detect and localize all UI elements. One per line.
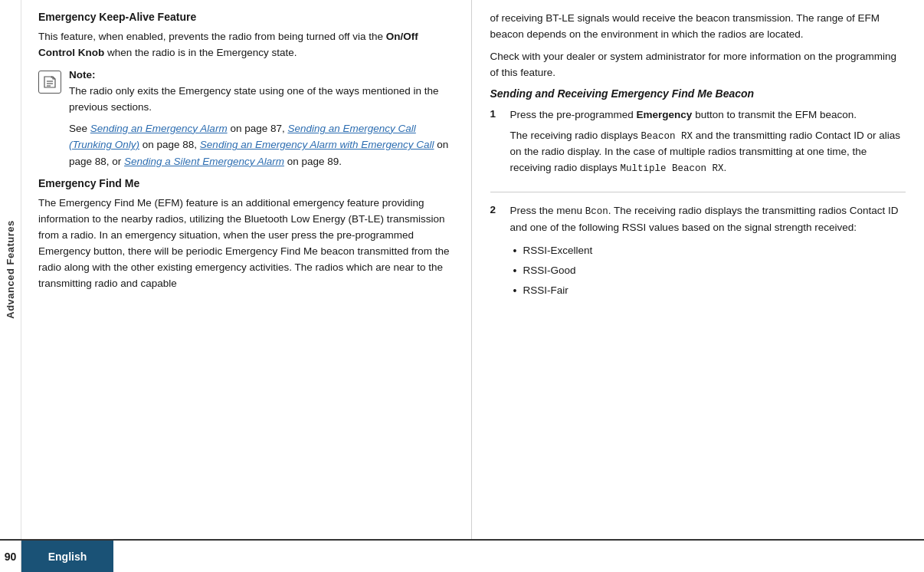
step2-content: Press the menu Bcon. The receiving radio… [510,203,906,302]
step1-main: Press the pre-programmed Emergency butto… [510,107,906,123]
right-para2: Check with your dealer or system adminis… [490,49,906,81]
step2-number: 2 [490,204,503,215]
note-links: See Sending an Emergency Alarm on page 8… [69,120,454,170]
step1-content: Press the pre-programmed Emergency butto… [510,107,906,182]
step-1: 1 Press the pre-programmed Emergency but… [490,107,906,182]
link4[interactable]: Sending a Silent Emergency Alarm [124,156,284,167]
section1-title: Emergency Keep-Alive Feature [38,11,454,23]
rssi-bullet-list: RSSI-Excellent RSSI-Good RSSI-Fair [510,242,906,300]
right-continuation: of receiving BT-LE signals would receive… [490,11,906,43]
sidebar: Advanced Features [0,0,21,539]
step1-number: 1 [490,108,503,120]
link3[interactable]: Sending an Emergency Alarm with Emergenc… [200,139,434,150]
note-box: Note: The radio only exits the Emergency… [38,69,454,170]
step-divider [490,192,906,192]
page-number: 90 [0,541,21,572]
bullet-rssi-good: RSSI-Good [510,262,906,279]
step-2: 2 Press the menu Bcon. The receiving rad… [490,203,906,302]
note-title: Note: [69,69,454,81]
section2-title: Emergency Find Me [38,177,454,189]
steps-list: 1 Press the pre-programmed Emergency but… [490,107,906,303]
language-badge[interactable]: English [21,541,113,572]
bottom-bar: 90 English [0,539,924,572]
content-area: Emergency Keep-Alive Feature This featur… [21,0,924,539]
bullet-rssi-fair: RSSI-Fair [510,282,906,299]
left-column: Emergency Keep-Alive Feature This featur… [21,0,472,539]
bottom-right-spacer [113,541,924,572]
bullet-rssi-excellent: RSSI-Excellent [510,242,906,259]
note-body: The radio only exits the Emergency state… [69,84,454,116]
section2-para1: The Emergency Find Me (EFM) feature is a… [38,196,454,292]
step1-detail: The receiving radio displays Beacon RX a… [510,128,906,177]
link1[interactable]: Sending an Emergency Alarm [90,123,228,134]
step2-main: Press the menu Bcon. The receiving radio… [510,203,906,235]
sidebar-label: Advanced Features [5,220,16,318]
note-icon [38,71,61,94]
note-content: Note: The radio only exits the Emergency… [69,69,454,170]
section1-para1: This feature, when enabled, prevents the… [38,29,454,61]
right-column: of receiving BT-LE signals would receive… [472,0,925,539]
section3-title: Sending and Receiving Emergency Find Me … [490,87,906,100]
